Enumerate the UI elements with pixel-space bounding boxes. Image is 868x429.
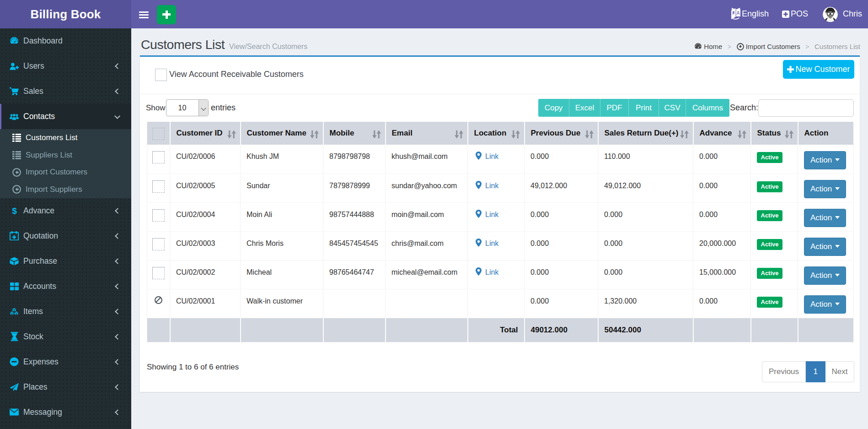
svg-text:A: A [737,11,740,16]
svg-text:$: $ [12,206,17,216]
